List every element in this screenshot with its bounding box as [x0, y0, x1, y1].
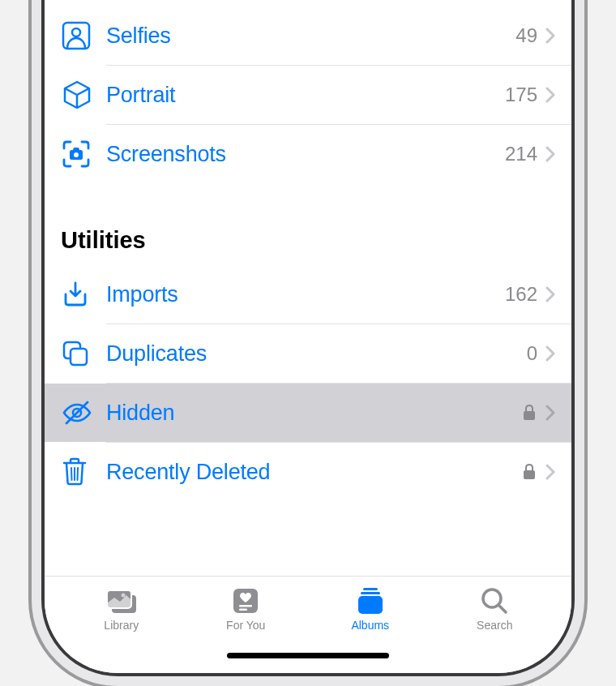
chevron-right-icon [545, 28, 555, 44]
album-count: 214 [505, 143, 537, 165]
svg-rect-19 [361, 592, 380, 594]
album-selfies[interactable]: Selfies 49 [45, 6, 571, 65]
tab-for-you[interactable]: For You [197, 585, 294, 632]
library-tab-icon [104, 585, 139, 617]
utility-label: Duplicates [106, 341, 527, 367]
tab-search[interactable]: Search [446, 585, 543, 632]
chevron-right-icon [545, 345, 555, 362]
utility-label: Imports [106, 282, 505, 307]
svg-rect-11 [524, 470, 535, 479]
utility-label: Hidden [106, 401, 523, 426]
trash-icon [61, 457, 106, 487]
tab-label: Albums [351, 619, 389, 632]
album-screenshots[interactable]: Screenshots 214 [45, 125, 571, 183]
tab-albums[interactable]: Albums [322, 585, 419, 632]
lock-icon [523, 405, 536, 421]
utility-hidden[interactable]: Hidden [45, 384, 571, 442]
svg-line-22 [498, 605, 506, 612]
svg-line-8 [71, 468, 72, 480]
album-label: Selfies [106, 24, 515, 49]
utility-duplicates[interactable]: Duplicates 0 [45, 324, 571, 383]
album-portrait[interactable]: Portrait 175 [45, 66, 571, 124]
tab-library[interactable]: Library [73, 585, 170, 632]
foryou-tab-icon [231, 585, 260, 617]
tab-label: Library [104, 619, 139, 632]
svg-rect-7 [524, 411, 535, 420]
camera-viewfinder-icon [61, 139, 106, 169]
svg-line-10 [78, 468, 79, 480]
utility-imports[interactable]: Imports 162 [45, 265, 571, 324]
chevron-right-icon [545, 464, 555, 480]
search-tab-icon [480, 585, 509, 617]
phone-frame: Selfies 49 Portrait 175 [45, 0, 571, 673]
svg-point-14 [121, 594, 125, 598]
photos-app-screen: Selfies 49 Portrait 175 [45, 0, 571, 673]
album-label: Screenshots [106, 142, 505, 167]
album-count: 49 [515, 24, 537, 47]
svg-rect-20 [358, 596, 383, 614]
lock-icon [523, 464, 536, 480]
chevron-right-icon [545, 405, 555, 421]
albums-tab-icon [354, 585, 387, 617]
cube-icon [61, 79, 106, 111]
svg-rect-4 [71, 349, 87, 365]
eye-slash-icon [61, 398, 106, 427]
svg-point-1 [72, 28, 80, 36]
svg-rect-17 [239, 609, 247, 611]
tab-label: Search [477, 619, 512, 632]
svg-point-3 [74, 152, 79, 157]
albums-scroll-content[interactable]: Selfies 49 Portrait 175 [45, 0, 571, 576]
chevron-right-icon [545, 286, 555, 302]
chevron-right-icon [545, 87, 555, 103]
person-square-icon [61, 20, 106, 51]
import-icon [61, 280, 106, 309]
tab-label: For You [226, 619, 265, 632]
utility-count: 0 [527, 342, 537, 365]
svg-rect-18 [363, 588, 378, 590]
svg-rect-16 [239, 605, 252, 607]
utilities-header: Utilities [45, 183, 571, 265]
utility-recently-deleted[interactable]: Recently Deleted [45, 443, 571, 501]
utility-label: Recently Deleted [106, 460, 523, 485]
chevron-right-icon [545, 146, 555, 162]
tab-bar: Library For You [45, 576, 571, 673]
album-label: Portrait [106, 83, 505, 108]
home-indicator[interactable] [227, 653, 389, 658]
album-count: 175 [505, 84, 537, 106]
duplicate-icon [61, 339, 106, 368]
utility-count: 162 [505, 283, 537, 306]
